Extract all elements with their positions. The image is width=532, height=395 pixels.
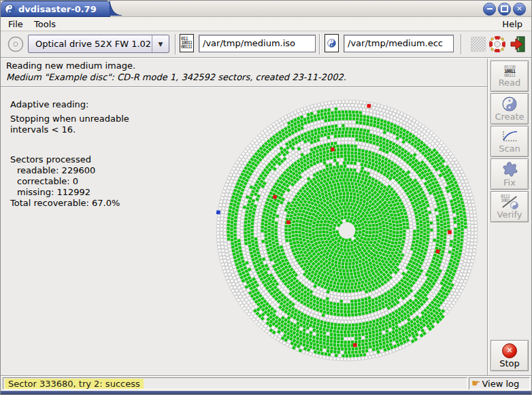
menu-tools[interactable]: Tools: [29, 18, 61, 31]
stopping-condition-line2: intervals < 16.: [10, 124, 76, 135]
toolbar-separator: [319, 34, 320, 54]
menubar: File Tools Help: [1, 17, 531, 31]
stop-label: Stop: [499, 359, 520, 368]
fix-icon: [501, 161, 518, 177]
verify-icon: 0111 1001: [501, 194, 518, 209]
read-label: Read: [499, 78, 521, 88]
view-log-button[interactable]: ☛ View log: [469, 377, 530, 390]
titlebar: dvdisaster-0.79 ✕: [1, 1, 531, 17]
read-button[interactable]: 01110 10011 00111 Read: [491, 61, 529, 92]
maximize-button[interactable]: [498, 3, 511, 16]
drive-select-value: Optical drive 52X FW 1.02: [29, 39, 152, 49]
sectors-processed-label: Sectors processed: [10, 154, 91, 165]
scan-button[interactable]: Scan: [491, 126, 529, 157]
minimize-button[interactable]: [483, 3, 496, 16]
correctable-count: correctable: 0: [17, 176, 78, 186]
medium-info: Medium "Example disc": CD-R mode 1, 3425…: [6, 72, 346, 82]
view-log-label: View log: [482, 379, 519, 389]
fix-label: Fix: [503, 178, 516, 188]
scan-icon: [501, 130, 518, 143]
divider: [1, 375, 532, 377]
adaptive-reading-label: Adaptive reading:: [10, 99, 88, 109]
quit-button[interactable]: [510, 35, 526, 53]
title-tab[interactable]: dvdisaster-0.79: [1, 1, 110, 17]
window-bottom-frame: [1, 391, 531, 395]
create-label: Create: [495, 112, 524, 122]
stopping-condition-line1: Stopping when unreadable: [10, 114, 129, 124]
image-file-icon: 011 10011 00111: [180, 34, 194, 52]
minimize-icon: [487, 8, 493, 10]
hand-icon: ☛: [471, 379, 480, 388]
close-button[interactable]: ✕: [513, 3, 526, 16]
drive-select[interactable]: Optical drive 52X FW 1.02 ▼: [28, 35, 169, 53]
toolbar-separator: [175, 34, 176, 54]
statusbar: Sector 333680, try 2: success: [3, 377, 467, 390]
ecc-file-icon: [325, 34, 339, 52]
scan-label: Scan: [499, 144, 520, 154]
disc-drive-icon[interactable]: [7, 36, 24, 52]
verify-button[interactable]: 0111 1001 Verify: [491, 191, 529, 222]
window-title: dvdisaster-0.79: [18, 4, 97, 14]
create-icon: [502, 97, 517, 111]
maximize-icon: [501, 5, 508, 12]
total-recoverable: Total recoverable: 67.0%: [10, 198, 120, 208]
toolbar-separator: [461, 34, 462, 54]
divider: [1, 57, 532, 58]
stop-icon: ✕: [502, 343, 517, 358]
menu-help[interactable]: Help: [497, 18, 527, 31]
preferences-button-disabled: [471, 37, 486, 52]
verify-label: Verify: [497, 210, 522, 220]
toolbar: Optical drive 52X FW 1.02 ▼ 011 10011 00…: [1, 31, 531, 57]
menu-file[interactable]: File: [3, 18, 28, 31]
fix-button[interactable]: Fix: [491, 158, 529, 190]
missing-count: missing: 112992: [17, 187, 90, 197]
chevron-down-icon: ▼: [152, 35, 169, 52]
iso-file-input[interactable]: /var/tmp/medium.iso: [199, 35, 316, 52]
status-message: Sector 333680, try 2: success: [5, 379, 144, 389]
yin-yang-icon: [5, 4, 15, 14]
help-lifebuoy-button[interactable]: [488, 35, 506, 53]
readable-count: readable: 229600: [17, 165, 95, 175]
status-heading: Reading new medium image.: [6, 61, 135, 71]
title-tab-flare: [110, 1, 122, 16]
ecc-file-input[interactable]: /var/tmp/medium.ecc: [344, 35, 454, 52]
read-icon: 01110 10011 00111: [504, 65, 515, 78]
create-button[interactable]: Create: [491, 93, 529, 124]
stop-button[interactable]: ✕ Stop: [491, 340, 529, 371]
app-window: dvdisaster-0.79 ✕ File Tools Help Optica…: [0, 0, 532, 395]
